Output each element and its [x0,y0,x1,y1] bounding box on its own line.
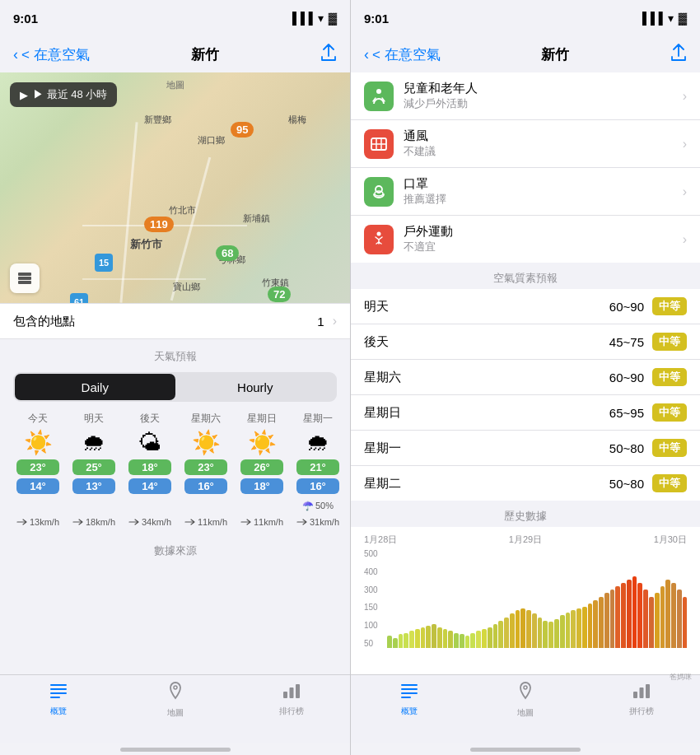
aq-badge-tomorrow: 中等 [652,297,687,315]
aq-day-tuesday: 星期二 [364,476,609,492]
map-play-button[interactable]: ▶ ▶ 最近 48 小時 [10,82,117,107]
signal-icon: ▐▐▐ [288,12,313,25]
chart-bar-29 [548,622,553,648]
includes-label: 包含的地點 [13,314,75,329]
aq-row-sunday: 星期日 65~95 中等 [351,395,700,431]
map-area[interactable]: 15 61 新豐鄉 湖口鄉 楊梅 竹北市 新竹市 新埔鎮 芎林鄉 寶山鄉 竹東鎮… [0,72,350,303]
left-back-button[interactable]: ‹ < 在意空氣 [13,45,90,64]
right-back-label: < 在意空氣 [372,45,441,64]
map-label-hukou: 湖口鄉 [198,134,225,147]
play-label: ▶ 最近 48 小時 [33,87,107,102]
aq-day-day-after: 後天 [364,334,609,350]
rain-icon: ☂️ [302,501,314,511]
chart-bar-20 [498,621,503,648]
day-2-icon: 🌧 [82,429,105,456]
health-item-ventilation[interactable]: 通風 不建議 › [351,120,700,168]
chart-bar-16 [476,631,481,648]
health-item-mask[interactable]: 口罩 推薦選擇 › [351,168,700,216]
health-items-list: 兒童和老年人 減少戶外活動 › 通風 不建議 › [351,72,700,263]
aq-row-saturday: 星期六 60~90 中等 [351,360,700,395]
aqi-badge-72[interactable]: 72 [268,287,291,302]
chart-bar-15 [470,633,475,648]
chart-bar-7 [426,626,431,648]
map-layers-button[interactable] [10,263,40,293]
chart-bar-44 [632,576,637,649]
svg-point-13 [375,191,383,196]
right-tab-overview-label: 概覽 [401,706,418,717]
chart-y-labels: 500 400 300 150 100 50 [364,549,378,648]
chart-bar-23 [516,610,520,648]
map-label-baoshan: 寶山鄉 [173,281,200,293]
chart-bar-42 [621,583,626,648]
aq-badge-monday: 中等 [652,439,687,457]
day-5-low: 18° [240,478,283,494]
left-tab-overview[interactable]: 概覽 [0,682,117,717]
left-tab-bar: 概覽 地圖 排行榜 [0,674,350,743]
left-tab-map[interactable]: 地圖 [117,682,234,719]
day-3-label: 後天 [140,412,160,426]
left-tab-map-label: 地圖 [167,707,184,719]
chart-bar-6 [421,627,426,648]
chart-bar-50 [665,580,670,648]
daily-toggle-button[interactable]: Daily [15,374,175,400]
svg-point-7 [376,89,381,94]
health-item-exercise[interactable]: 戶外運動 不適宜 › [351,216,700,263]
chart-bar-37 [593,600,598,648]
aqi-badge-68[interactable]: 68 [216,245,239,261]
weather-forecast-scroll[interactable]: 今天 ☀️ 23° 14° 13km/h 明天 🌧 25° 13° 18km/h… [0,408,350,534]
left-tab-ranking-label: 排行榜 [279,706,304,717]
chart-bar-39 [604,593,609,648]
chart-bar-26 [532,613,537,648]
aq-range-day-after: 45~75 [609,335,644,349]
chart-label-150: 150 [364,603,378,612]
chart-bar-9 [437,627,442,648]
left-status-time: 9:01 [13,12,38,26]
wifi-icon: ▾ [318,12,324,25]
left-share-button[interactable] [320,44,337,66]
day-3-icon: 🌤 [138,429,161,456]
left-back-label: < 在意空氣 [21,45,90,64]
svg-rect-0 [18,273,31,276]
day-6-wind: 31km/h [296,517,339,527]
svg-rect-1 [18,277,31,280]
svg-rect-5 [290,687,294,698]
right-tab-ranking[interactable]: 拼行榜 [584,682,700,717]
right-tab-overview[interactable]: 概覽 [351,682,467,717]
aq-day-monday: 星期一 [364,440,609,456]
day-3-low: 14° [128,478,171,494]
chart-bar-51 [671,583,676,648]
chart-bar-21 [504,618,509,649]
hist-date-3: 1月30日 [654,534,687,546]
aq-row-day-after: 後天 45~75 中等 [351,324,700,360]
health-item-children-chevron: › [683,89,687,104]
right-share-button[interactable] [670,44,687,66]
aq-forecast-list: 明天 60~90 中等 後天 45~75 中等 星期六 60~90 中等 星期日… [351,289,700,501]
right-status-icons: ▐▐▐ ▾ ▓ [638,12,687,25]
aq-range-tomorrow: 60~90 [609,300,644,314]
health-item-exercise-text: 戶外運動 不適宜 [404,224,673,254]
aq-day-tomorrow: 明天 [364,299,609,315]
aqi-badge-119[interactable]: 119 [144,217,174,232]
chart-bar-22 [510,613,515,648]
chart-bar-13 [460,634,464,648]
includes-row[interactable]: 包含的地點 1 › [0,303,350,339]
historical-bar-chart: 500 400 300 150 100 50 [364,549,687,648]
left-panel: 9:01 ▐▐▐ ▾ ▓ ‹ < 在意空氣 新竹 15 [0,0,350,755]
aqi-badge-95[interactable]: 95 [231,122,254,137]
overview-icon [49,682,68,703]
left-tab-overview-label: 概覽 [50,706,67,717]
svg-rect-6 [296,684,300,698]
forecast-toggle[interactable]: Daily Hourly [13,372,337,402]
left-tab-ranking[interactable]: 排行榜 [233,682,350,717]
chart-bar-19 [493,624,498,648]
right-back-button[interactable]: ‹ < 在意空氣 [364,45,441,64]
hourly-toggle-button[interactable]: Hourly [175,374,336,400]
chart-bar-52 [677,590,682,648]
health-item-children-text: 兒童和老年人 減少戶外活動 [404,81,673,111]
day-5-wind: 11km/h [240,517,283,527]
hist-date-2: 1月29日 [509,534,542,546]
aq-badge-tuesday: 中等 [652,474,687,492]
right-tab-map[interactable]: 地圖 [467,682,583,719]
health-item-children[interactable]: 兒童和老年人 減少戶外活動 › [351,72,700,120]
right-chevron-icon: ‹ [364,46,369,63]
